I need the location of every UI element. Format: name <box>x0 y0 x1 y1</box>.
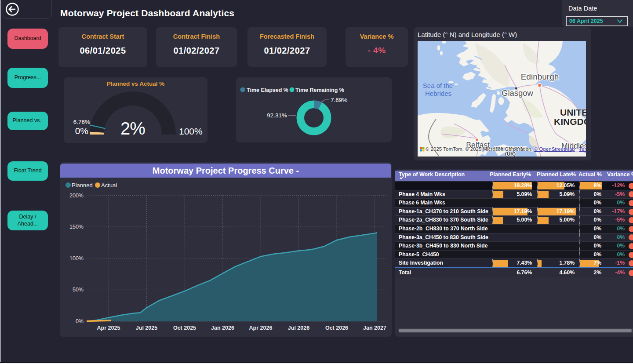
svg-text:Jul 2025: Jul 2025 <box>136 325 157 331</box>
svg-text:(UK): (UK) <box>505 151 516 157</box>
svg-text:7.69%: 7.69% <box>331 97 347 103</box>
svg-text:Actual: Actual <box>101 182 117 189</box>
svg-text:50%: 50% <box>73 287 84 293</box>
svg-text:Time Elapsed %: Time Elapsed % <box>247 87 288 93</box>
svg-text:UNITED: UNITED <box>560 107 586 117</box>
svg-text:Planned: Planned <box>72 182 93 189</box>
svg-text:Apr 2026: Apr 2026 <box>249 325 273 331</box>
svg-text:Apr 2025: Apr 2025 <box>97 325 120 331</box>
svg-text:Oct 2025: Oct 2025 <box>173 325 196 331</box>
svg-text:Oct 2026: Oct 2026 <box>325 325 348 331</box>
svg-text:Time Remaining %: Time Remaining % <box>295 87 344 93</box>
svg-text:Jan 2026: Jan 2026 <box>211 325 234 331</box>
svg-text:Glasgow: Glasgow <box>502 88 534 98</box>
svg-text:92.31%: 92.31% <box>267 112 287 119</box>
svg-text:Jan 2027: Jan 2027 <box>363 325 386 331</box>
svg-text:Edinburgh: Edinburgh <box>521 72 559 81</box>
svg-text:KINGDOM: KINGDOM <box>554 116 586 127</box>
svg-text:Hebrides: Hebrides <box>425 90 451 97</box>
svg-text:Jul 2026: Jul 2026 <box>288 325 309 331</box>
svg-text:Sea of the: Sea of the <box>423 82 453 89</box>
svg-text:200%: 200% <box>69 193 84 199</box>
svg-text:© 2025 TomTom, © 2025 Microsof: © 2025 TomTom, © 2025 Microsoft Corporat… <box>426 146 586 152</box>
svg-text:100%: 100% <box>69 255 84 262</box>
svg-text:150%: 150% <box>69 224 84 230</box>
svg-text:0%: 0% <box>76 318 84 324</box>
